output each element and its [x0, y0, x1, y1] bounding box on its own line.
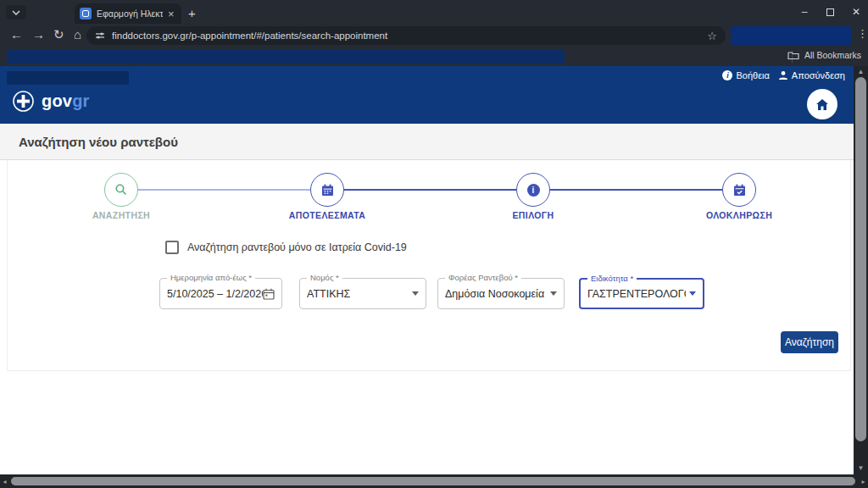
- page-title-bar: Αναζήτηση νέου ραντεβού: [0, 124, 854, 160]
- calendar-icon: [321, 184, 334, 197]
- redacted-extensions-area: [731, 26, 852, 45]
- help-link[interactable]: i Βοήθεια: [722, 70, 769, 80]
- bookmark-star-icon[interactable]: ☆: [707, 30, 717, 42]
- horizontal-scrollbar[interactable]: ◂ ▸: [0, 474, 868, 488]
- person-icon: [778, 70, 788, 80]
- home-circle-button[interactable]: [807, 89, 837, 119]
- redacted-bookmark: [7, 50, 565, 64]
- back-icon[interactable]: ←: [10, 27, 23, 42]
- chevron-down-icon[interactable]: [550, 291, 557, 296]
- govgr-header: i Βοήθεια Αποσύνδεση govgr: [0, 66, 854, 124]
- step-completion-circle[interactable]: [722, 173, 756, 207]
- step-label-results: ΑΠΟΤΕΛΕΣΜΑΤΑ: [259, 210, 395, 220]
- chevron-down-icon[interactable]: [689, 291, 696, 296]
- vertical-scrollbar-thumb[interactable]: [855, 77, 866, 441]
- folder-icon: [787, 51, 799, 60]
- address-bar[interactable]: finddoctors.gov.gr/p-appointment/#/patie…: [86, 26, 726, 45]
- search-button[interactable]: Αναζήτηση: [781, 331, 838, 353]
- greek-emblem-icon: [12, 90, 35, 113]
- logout-label: Αποσύνδεση: [792, 70, 845, 80]
- redacted-user-block: [7, 71, 129, 85]
- tab-title: Εφαρμογή Ηλεκτρονικών Ραντ: [97, 8, 163, 19]
- page-title: Αναζήτηση νέου ραντεβού: [19, 135, 178, 149]
- tab-favicon-icon: [80, 8, 92, 19]
- tab-close-icon[interactable]: ×: [168, 8, 175, 19]
- site-settings-icon[interactable]: [95, 30, 105, 41]
- step-label-search: ΑΝΑΖΗΤΗΣΗ: [53, 210, 189, 220]
- step-search-circle[interactable]: [104, 173, 138, 207]
- info-icon: i: [527, 184, 540, 197]
- screen: Εφαρμογή Ηλεκτρονικών Ραντ × + – ✕ ← → ↻…: [0, 0, 868, 488]
- web-page: i Βοήθεια Αποσύνδεση govgr: [0, 66, 854, 474]
- covid-checkbox-row: Αναζήτηση ραντεβού μόνο σε Ιατρεία Covid…: [165, 241, 407, 254]
- all-bookmarks-button[interactable]: All Bookmarks: [787, 50, 861, 60]
- govgr-logo[interactable]: govgr: [12, 90, 90, 113]
- search-button-label: Αναζήτηση: [785, 336, 834, 348]
- vertical-scrollbar[interactable]: ▲ ▼: [854, 66, 868, 474]
- date-range-field[interactable]: Ημερομηνία από-έως * 5/10/2025 – 1/2/202…: [159, 278, 282, 309]
- stepper-line: [344, 189, 516, 191]
- minimize-button[interactable]: –: [798, 6, 811, 18]
- browser-toolbar: ← → ↻ ⌂ finddoctors.gov.gr/p-appointment…: [0, 24, 868, 47]
- chevron-down-icon: [12, 10, 20, 15]
- covid-checkbox-label: Αναζήτηση ραντεβού μόνο σε Ιατρεία Covid…: [187, 241, 407, 253]
- browser-menu-icon[interactable]: ⋮: [857, 27, 868, 40]
- provider-label: Φορέας Ραντεβού *: [445, 273, 521, 282]
- search-icon: [114, 183, 128, 197]
- stepper-line: [550, 189, 722, 191]
- calendar-check-icon: [733, 184, 746, 197]
- scroll-up-icon[interactable]: ▲: [854, 68, 868, 75]
- horizontal-scrollbar-thumb[interactable]: [11, 477, 855, 485]
- window-close-button[interactable]: ✕: [849, 6, 863, 18]
- maximize-button[interactable]: [826, 8, 834, 16]
- date-range-label: Ημερομηνία από-έως *: [167, 273, 255, 282]
- scroll-right-icon[interactable]: ▸: [856, 478, 868, 485]
- scroll-down-icon[interactable]: ▼: [854, 464, 868, 472]
- logo-gov: gov: [42, 92, 72, 110]
- info-icon: i: [722, 70, 732, 80]
- specialty-label: Ειδικότητα *: [587, 274, 637, 283]
- all-bookmarks-label: All Bookmarks: [804, 50, 861, 60]
- stepper-line: [138, 189, 310, 191]
- search-card: i ΑΝΑΖΗΤΗΣΗ ΑΠΟΤΕΛΕΣΜΑΤΑ ΕΠΙΛΟΓΗ ΟΛΟΚΛΗΡ…: [7, 160, 851, 371]
- bookmarks-bar: All Bookmarks: [0, 47, 868, 66]
- chevron-down-icon[interactable]: [412, 291, 419, 296]
- prefecture-value[interactable]: ΑΤΤΙΚΗΣ: [307, 288, 409, 300]
- covid-checkbox[interactable]: [165, 241, 179, 254]
- step-label-completion: ΟΛΟΚΛΗΡΩΣΗ: [671, 210, 807, 220]
- prefecture-label: Νομός *: [307, 273, 342, 282]
- step-results-circle[interactable]: [310, 173, 344, 207]
- specialty-select[interactable]: Ειδικότητα * ΓΑΣΤΡΕΝΤΕΡΟΛΟΓΟΣ: [579, 278, 704, 309]
- specialty-value[interactable]: ΓΑΣΤΡΕΝΤΕΡΟΛΟΓΟΣ: [587, 288, 686, 300]
- window-controls: – ✕: [798, 3, 863, 20]
- help-label: Βοήθεια: [736, 70, 769, 80]
- browser-tab[interactable]: Εφαρμογή Ηλεκτρονικών Ραντ ×: [75, 3, 181, 24]
- browser-chrome: Εφαρμογή Ηλεκτρονικών Ραντ × + – ✕ ← → ↻…: [0, 0, 868, 66]
- home-icon[interactable]: ⌂: [74, 27, 81, 42]
- calendar-icon[interactable]: [263, 288, 275, 300]
- step-label-selection: ΕΠΙΛΟΓΗ: [465, 210, 601, 220]
- header-links: i Βοήθεια Αποσύνδεση: [722, 70, 845, 80]
- scroll-left-icon[interactable]: ◂: [0, 478, 12, 485]
- prefecture-select[interactable]: Νομός * ΑΤΤΙΚΗΣ: [299, 278, 426, 309]
- forward-icon[interactable]: →: [32, 27, 45, 42]
- new-tab-button[interactable]: +: [188, 6, 196, 20]
- date-range-value[interactable]: 5/10/2025 – 1/2/2026: [167, 288, 263, 300]
- tab-list-chevron-button[interactable]: [6, 5, 26, 19]
- provider-value[interactable]: Δημόσια Νοσοκομεία ΕΣΥ: [445, 288, 547, 300]
- provider-select[interactable]: Φορέας Ραντεβού * Δημόσια Νοσοκομεία ΕΣΥ: [437, 278, 565, 309]
- logo-gr: gr: [72, 92, 89, 110]
- logout-link[interactable]: Αποσύνδεση: [778, 70, 845, 80]
- house-icon: [815, 98, 829, 111]
- logo-text: govgr: [42, 92, 90, 111]
- reload-icon[interactable]: ↻: [53, 27, 64, 42]
- step-selection-circle[interactable]: i: [516, 173, 550, 207]
- url-text[interactable]: finddoctors.gov.gr/p-appointment/#/patie…: [112, 30, 700, 41]
